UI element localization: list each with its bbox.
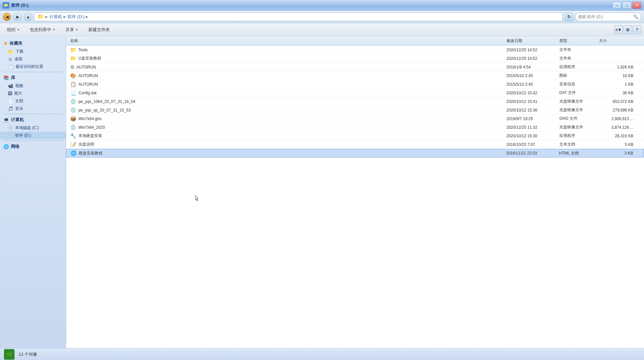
file-type-cell: 文件夹 <box>557 47 596 53</box>
organize-arrow: ▼ <box>17 28 20 31</box>
preview-button[interactable]: ⊞ <box>623 25 632 34</box>
col-type[interactable]: 类型 <box>557 38 596 44</box>
table-row[interactable]: 🎨 AUTORUN 2015/5/10 2:45 图标 10 KB <box>66 71 644 80</box>
col-size[interactable]: 大小 <box>596 38 636 44</box>
file-modified-cell: 2015/5/10 2:45 <box>504 73 557 78</box>
file-name-cell: 📁 U盘安装教程 <box>67 56 504 62</box>
file-name: Tools <box>78 48 88 52</box>
file-modified-cell: 2020/10/12 15:42 <box>504 91 557 95</box>
divider-2 <box>3 114 63 114</box>
back-button[interactable]: ◀ <box>3 13 11 21</box>
file-name: AUTORUN <box>78 82 98 87</box>
maximize-button[interactable]: □ <box>622 2 631 9</box>
computer-header[interactable]: 💻 计算机 <box>0 115 66 124</box>
search-icon[interactable]: 🔍 <box>633 14 638 19</box>
file-name-cell: 📝 光盘说明 <box>67 142 504 148</box>
forward-button[interactable]: ▶ <box>13 13 22 21</box>
file-modified-cell: 2016/10/23 7:07 <box>504 142 557 147</box>
table-row[interactable]: 🌐 硬盘安装教程 2016/11/21 22:03 HTML 文档 3 KB <box>66 149 644 158</box>
file-icon: 🔧 <box>70 133 76 139</box>
up-button[interactable]: ▲ <box>24 13 32 21</box>
file-modified-cell: 2016/1/8 4:54 <box>504 65 557 69</box>
table-row[interactable]: 📦 Win7x64.gho 2019/9/7 19:25 GHO 文件 2,90… <box>66 114 644 123</box>
network-section: 🌐 网络 <box>0 142 66 151</box>
organize-button[interactable]: 组织 ▼ <box>3 25 24 34</box>
computer-label: 计算机 <box>11 117 24 123</box>
file-type-cell: 应用程序 <box>557 64 596 70</box>
file-type-cell: 文本文档 <box>557 142 596 147</box>
search-box[interactable]: 🔍 <box>575 13 641 21</box>
favorites-header[interactable]: ★ 收藏夹 <box>0 39 66 48</box>
new-folder-button[interactable]: 新建文件夹 <box>84 25 114 34</box>
titlebar: 📁 软件 (D:) ─ □ ✕ <box>0 0 644 11</box>
table-row[interactable]: 💿 Win7x64_2020 2020/12/25 11:32 光盘映像文件 3… <box>66 123 644 132</box>
file-type-cell: 光盘映像文件 <box>557 107 596 113</box>
file-modified-cell: 2016/11/21 22:03 <box>503 151 556 156</box>
file-icon: 📦 <box>70 116 76 122</box>
refresh-button[interactable]: ↻ <box>565 13 573 21</box>
favorites-label: 收藏夹 <box>10 40 22 46</box>
library-header[interactable]: 📚 库 <box>0 73 66 82</box>
recent-icon: 🕐 <box>8 64 14 69</box>
sidebar-item-music[interactable]: 🎵 音乐 <box>0 105 66 112</box>
file-name: pe_yqs_1064_20_07_31_16_04 <box>78 99 135 104</box>
file-type-cell: DAT 文件 <box>557 90 596 96</box>
file-name-cell: 🎨 AUTORUN <box>67 73 504 79</box>
search-input[interactable] <box>578 15 632 19</box>
close-button[interactable]: ✕ <box>632 2 641 9</box>
drive-c-icon: 💿 <box>8 125 13 130</box>
table-row[interactable]: 📁 Tools 2020/12/25 14:52 文件夹 <box>66 46 644 54</box>
file-icon: 🌐 <box>70 150 77 156</box>
table-row[interactable]: 📁 U盘安装教程 2020/12/25 14:52 文件夹 <box>66 54 644 63</box>
sidebar-item-recent[interactable]: 🕐 最近访问的位置 <box>0 63 66 70</box>
col-modified[interactable]: 修改日期 <box>504 38 557 44</box>
minimize-button[interactable]: ─ <box>612 2 622 9</box>
sidebar-item-downloads[interactable]: 📁 下载 <box>0 48 66 55</box>
sidebar-item-doc[interactable]: 📄 文档 <box>0 97 66 105</box>
image-icon: 🖼 <box>8 91 12 96</box>
sidebar-item-image[interactable]: 🖼 图片 <box>0 90 66 97</box>
video-icon: 📹 <box>8 83 13 88</box>
table-row[interactable]: ⚙ AUTORUN 2016/1/8 4:54 应用程序 1,926 KB <box>66 63 644 71</box>
network-header[interactable]: 🌐 网络 <box>0 142 66 151</box>
file-name-cell: 📁 Tools <box>67 47 504 53</box>
file-name-cell: 📦 Win7x64.gho <box>67 116 504 122</box>
file-name: AUTORUN <box>76 65 96 69</box>
sidebar-item-drive-c[interactable]: 💿 本地磁盘 (C:) <box>0 124 66 132</box>
file-name: 硬盘安装教程 <box>79 151 103 156</box>
file-size-cell: 279,696 KB <box>596 108 636 112</box>
help-button[interactable]: ? <box>633 25 641 34</box>
include-label: 包含到库中 <box>30 27 51 33</box>
path-computer[interactable]: 计算机 <box>49 14 62 20</box>
file-name-cell: 📋 AUTORUN <box>67 81 504 87</box>
music-icon: 🎵 <box>8 106 13 111</box>
sidebar-item-drive-d[interactable]: 💿 软件 (D:) <box>0 132 66 139</box>
sidebar-item-desktop[interactable]: 🖥 桌面 <box>0 55 66 63</box>
path-drive[interactable]: 软件 (D:) <box>67 14 84 20</box>
favorites-section: ★ 收藏夹 📁 下载 🖥 桌面 🕐 最近访问的位置 <box>0 39 66 70</box>
col-name[interactable]: 名称 <box>67 38 504 44</box>
share-button[interactable]: 共享 ▼ <box>61 25 83 34</box>
include-arrow: ▼ <box>53 28 56 31</box>
file-type-cell: 光盘映像文件 <box>557 99 596 104</box>
table-row[interactable]: 💿 pe_yqs_xp_20_07_31_15_53 2020/10/12 15… <box>66 106 644 114</box>
sidebar-item-label: 软件 (D:) <box>15 133 31 138</box>
library-label: 库 <box>11 75 15 81</box>
table-row[interactable]: 🔧 本地硬盘安装 2020/10/12 15:30 应用程序 28,315 KB <box>66 132 644 140</box>
file-icon: 💿 <box>70 99 76 105</box>
window-title: 软件 (D:) <box>11 2 28 8</box>
file-modified-cell: 2020/12/25 14:52 <box>504 48 557 52</box>
file-size-cell: 3 KB <box>596 151 636 156</box>
address-path[interactable]: 📁 ▶ 计算机 ▶ 软件 (D:) ▶ <box>34 13 563 21</box>
sidebar-item-video[interactable]: 📹 视频 <box>0 82 66 90</box>
file-icon: ⚙ <box>70 64 74 70</box>
table-row[interactable]: 💿 pe_yqs_1064_20_07_31_16_04 2020/10/12 … <box>66 97 644 106</box>
main-layout: ★ 收藏夹 📁 下载 🖥 桌面 🕐 最近访问的位置 📚 库 <box>0 36 644 348</box>
view-toggle-button[interactable]: ≡▼ <box>614 25 623 34</box>
toolbar: 组织 ▼ 包含到库中 ▼ 共享 ▼ 新建文件夹 ≡▼ ⊞ ? <box>0 23 644 36</box>
file-list: 📁 Tools 2020/12/25 14:52 文件夹 📁 U盘安装教程 20… <box>66 46 644 158</box>
table-row[interactable]: 📋 AUTORUN 2015/5/10 2:45 安装信息 1 KB <box>66 80 644 89</box>
include-button[interactable]: 包含到库中 ▼ <box>25 25 60 34</box>
table-row[interactable]: 📝 光盘说明 2016/10/23 7:07 文本文档 5 KB <box>66 140 644 149</box>
table-row[interactable]: 📃 Config.dat 2020/10/12 15:42 DAT 文件 36 … <box>66 89 644 97</box>
